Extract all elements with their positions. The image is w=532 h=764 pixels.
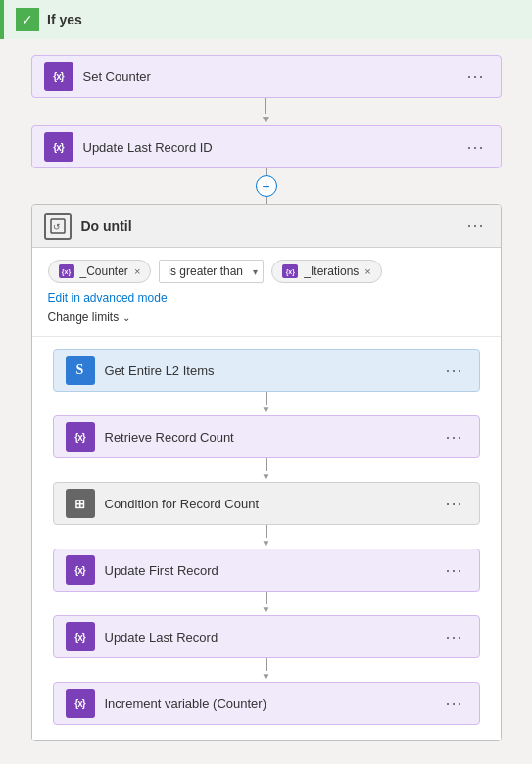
operator-select[interactable]: is greater than is less than is equal to [159,260,264,283]
get-entire-l2-block[interactable]: S Get Entire L2 Items ··· [53,349,480,392]
add-action-button[interactable]: + [256,175,277,197]
update-last-record-id-block[interactable]: {x} Update Last Record ID ··· [31,125,502,168]
chip-iterations-close[interactable]: × [364,265,370,277]
change-limits[interactable]: Change limits ⌄ [48,310,485,324]
chip-iterations-icon: {x} [282,264,298,278]
connector-line-1 [265,98,266,114]
update-last-record-ellipsis[interactable]: ··· [441,623,466,651]
do-until-icon: ↺ [44,213,72,240]
update-last-record-block[interactable]: {x} Update Last Record ··· [53,615,480,658]
condition-record-count-icon: ⊞ [66,489,95,518]
update-last-record-id-ellipsis[interactable]: ··· [462,133,488,162]
chevron-down-icon: ⌄ [122,312,130,323]
connector-plus-1: + [256,168,277,204]
condition-record-count-ellipsis[interactable]: ··· [441,490,466,518]
update-first-record-block[interactable]: {x} Update First Record ··· [53,549,480,592]
do-until-ellipsis[interactable]: ··· [462,212,488,240]
update-last-record-id-icon: {x} [44,132,73,162]
inner-connector-4: ▼ [262,592,271,615]
update-first-record-ellipsis[interactable]: ··· [441,556,466,585]
update-first-record-icon: {x} [66,555,95,585]
condition-row: {x} _Counter × is greater than is less t… [48,260,485,283]
retrieve-record-count-block[interactable]: {x} Retrieve Record Count ··· [53,415,480,458]
chip-counter-icon: {x} [59,264,74,278]
chip-iterations-text: _Iterations [304,264,359,278]
update-last-record-label: Update Last Record [105,630,442,645]
condition-record-count-block[interactable]: ⊞ Condition for Record Count ··· [53,482,480,525]
if-yes-check-icon: ✓ [16,8,39,31]
set-counter-label: Set Counter [83,70,463,84]
chip-counter-close[interactable]: × [134,265,140,277]
flow-container: {x} Set Counter ··· ▼ {x} Update Last Re… [0,39,532,757]
get-entire-l2-ellipsis[interactable]: ··· [441,357,466,385]
chip-counter-text: _Counter [80,264,128,278]
connector-line-2b [266,197,267,204]
set-counter-block[interactable]: {x} Set Counter ··· [31,55,502,98]
retrieve-record-count-ellipsis[interactable]: ··· [441,423,466,452]
inner-connector-1: ▼ [262,392,271,415]
increment-variable-block[interactable]: {x} Increment variable (Counter) ··· [53,682,480,725]
get-entire-l2-icon: S [66,356,95,385]
if-yes-label: If yes [47,12,82,27]
connector-line-2a [266,168,267,175]
connector-1: ▼ [261,98,272,125]
get-entire-l2-label: Get Entire L2 Items [105,363,442,378]
retrieve-record-count-icon: {x} [66,422,95,452]
condition-chip-counter[interactable]: {x} _Counter × [48,260,152,283]
condition-record-count-label: Condition for Record Count [105,497,442,511]
inner-connector-2: ▼ [262,458,271,482]
update-last-record-icon: {x} [66,622,95,651]
do-until-block[interactable]: ↺ Do until ··· {x} _Counter × [31,204,502,741]
set-counter-ellipsis[interactable]: ··· [462,63,488,91]
update-first-record-label: Update First Record [105,563,442,578]
retrieve-record-count-label: Retrieve Record Count [105,430,442,445]
inner-connector-5: ▼ [262,658,271,682]
svg-text:↺: ↺ [53,222,61,232]
operator-select-wrapper[interactable]: is greater than is less than is equal to [159,260,264,283]
increment-variable-label: Increment variable (Counter) [105,696,442,711]
advanced-mode-link[interactable]: Edit in advanced mode [48,291,168,305]
connector-arrow-1: ▼ [261,114,272,125]
do-until-label: Do until [81,218,463,234]
do-until-condition: {x} _Counter × is greater than is less t… [32,248,501,337]
increment-variable-ellipsis[interactable]: ··· [441,690,466,718]
do-until-header[interactable]: ↺ Do until ··· [32,205,501,248]
increment-variable-icon: {x} [66,689,95,718]
set-counter-icon: {x} [44,62,73,91]
if-yes-header: ✓ If yes [0,0,532,39]
do-until-body: S Get Entire L2 Items ··· ▼ {x} Retrieve… [32,337,501,740]
inner-connector-3: ▼ [262,525,271,549]
condition-chip-iterations[interactable]: {x} _Iterations × [271,260,381,283]
update-last-record-id-label: Update Last Record ID [83,140,463,155]
